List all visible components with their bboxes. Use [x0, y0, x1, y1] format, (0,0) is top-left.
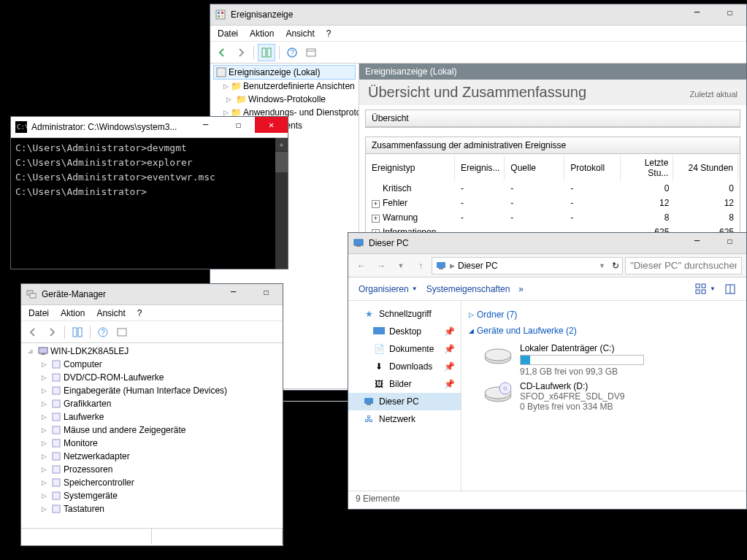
titlebar[interactable]: Geräte-Manager ─ ☐: [21, 284, 283, 305]
titlebar[interactable]: Ereignisanzeige ─ ☐: [210, 4, 746, 26]
minimize-button[interactable]: ─: [681, 233, 713, 249]
maximize-button[interactable]: ☐: [222, 117, 255, 133]
table-row[interactable]: +Fehler - - - 12 12: [367, 196, 738, 210]
device-icon: [50, 424, 62, 436]
tree-root[interactable]: ⊿ WIN-LDK2K8A5LEJ: [24, 345, 280, 358]
close-button[interactable]: ✕: [255, 117, 288, 133]
group-folders[interactable]: ▷Ordner (7): [469, 307, 739, 323]
tree-item-windows-logs[interactable]: ▷📁Windows-Protokolle: [213, 93, 356, 106]
tree-item-device-category[interactable]: ▷Mäuse und andere Zeigegeräte: [24, 423, 280, 437]
tree-item-device-category[interactable]: ▷Prozessoren: [24, 463, 280, 476]
menu-view[interactable]: Ansicht: [91, 307, 131, 320]
system-properties-button[interactable]: Systemeigenschaften: [422, 281, 515, 297]
svg-rect-9: [307, 49, 315, 56]
menu-help[interactable]: ?: [321, 27, 337, 40]
help-button[interactable]: ?: [94, 323, 112, 341]
forward-button[interactable]: →: [372, 257, 390, 275]
nav-documents[interactable]: 📄Dokumente📌: [348, 340, 461, 358]
forward-button[interactable]: [43, 323, 61, 341]
group-drives[interactable]: ◢Geräte und Laufwerke (2): [469, 323, 739, 339]
preview-pane-button[interactable]: [720, 280, 740, 298]
nav-pictures[interactable]: 🖼Bilder📌: [348, 375, 461, 393]
back-button[interactable]: ←: [353, 257, 370, 275]
properties-button[interactable]: [113, 323, 131, 341]
drive-c[interactable]: Lokaler Datenträger (C:) 91,8 GB frei vo…: [483, 343, 739, 377]
nav-quick-access[interactable]: ★Schnellzugriff: [348, 305, 461, 323]
tree-item-device-category[interactable]: ▷Grafikkarten: [24, 397, 280, 410]
svg-rect-45: [373, 327, 385, 334]
tree-item-device-category[interactable]: ▷DVD/CD-ROM-Laufwerke: [24, 371, 280, 384]
nav-this-pc[interactable]: Dieser PC: [348, 393, 461, 410]
menu-action[interactable]: Aktion: [244, 27, 280, 40]
expand-icon[interactable]: +: [372, 215, 380, 223]
back-button[interactable]: [24, 323, 42, 341]
pane-header: Ereignisanzeige (Lokal): [359, 64, 746, 80]
recent-button[interactable]: ▼: [392, 257, 410, 275]
content-pane: ▷Ordner (7) ◢Geräte und Laufwerke (2) Lo…: [461, 301, 746, 491]
tree-item-device-category[interactable]: ▷Systemgeräte: [24, 489, 280, 502]
tree-root[interactable]: Ereignisanzeige (Lokal): [213, 65, 356, 80]
search-input[interactable]: [625, 257, 742, 275]
drive-sub: 0 Bytes frei von 334 MB: [520, 402, 624, 412]
col-eventid[interactable]: Ereignis...: [456, 156, 505, 180]
menu-action[interactable]: Aktion: [55, 307, 91, 320]
svg-rect-26: [53, 400, 60, 407]
tree-item-device-category[interactable]: ▷Speichercontroller: [24, 476, 280, 489]
maximize-button[interactable]: ☐: [713, 233, 746, 249]
star-icon: ★: [363, 308, 375, 320]
col-type[interactable]: Ereignistyp: [367, 156, 455, 180]
forward-button[interactable]: [232, 44, 250, 61]
tree-item-device-category[interactable]: ▷Netzwerkadapter: [24, 450, 280, 463]
vertical-scrollbar[interactable]: ▲: [275, 138, 288, 269]
title-text: Ereignisanzeige: [231, 9, 681, 20]
refresh-button[interactable]: ↻: [612, 261, 619, 271]
up-button[interactable]: ↑: [412, 257, 429, 275]
col-source[interactable]: Quelle: [506, 156, 564, 180]
show-hide-tree-button[interactable]: [258, 44, 275, 61]
minimize-button[interactable]: ─: [189, 117, 222, 133]
drive-d[interactable]: CD-Laufwerk (D:) SFOD_x64FRE_SDL_DV9 0 B…: [483, 381, 739, 412]
tree-item-device-category[interactable]: ▷Monitore: [24, 437, 280, 450]
nav-desktop[interactable]: Desktop📌: [348, 323, 461, 340]
events-summary-table: Ereignistyp Ereignis... Quelle Protokoll…: [366, 154, 740, 240]
nav-network[interactable]: 🖧Netzwerk: [348, 410, 461, 428]
titlebar[interactable]: Dieser PC ─ ☐: [348, 233, 746, 254]
view-options-button[interactable]: ▼: [691, 280, 720, 298]
svg-rect-2: [221, 12, 223, 14]
svg-rect-25: [53, 387, 60, 394]
minimize-button[interactable]: ─: [217, 284, 250, 300]
table-row[interactable]: Kritisch - - - 0 0: [367, 182, 738, 195]
col-24h[interactable]: 24 Stunden: [675, 156, 738, 180]
menu-view[interactable]: Ansicht: [280, 27, 320, 40]
col-protocol[interactable]: Protokoll: [566, 156, 621, 180]
back-button[interactable]: [213, 44, 231, 61]
device-icon: [50, 385, 62, 396]
maximize-button[interactable]: ☐: [250, 284, 283, 300]
table-row[interactable]: +Warnung - - - 8 8: [367, 211, 738, 224]
tree-item-device-category[interactable]: ▷Laufwerke: [24, 410, 280, 423]
properties-button[interactable]: [302, 44, 320, 61]
tree-item-custom-views[interactable]: ▷📁Benutzerdefinierte Ansichten: [213, 80, 356, 93]
svg-rect-34: [53, 505, 60, 513]
help-button[interactable]: ?: [283, 44, 301, 61]
tree-item-device-category[interactable]: ▷Tastaturen: [24, 502, 280, 515]
show-hide-tree-button[interactable]: [69, 323, 86, 341]
nav-downloads[interactable]: ⬇Downloads📌: [348, 358, 461, 375]
svg-rect-31: [53, 466, 60, 473]
minimize-button[interactable]: ─: [681, 4, 713, 20]
tree-item-device-category[interactable]: ▷Computer: [24, 358, 280, 371]
col-lasthour[interactable]: Letzte Stu...: [622, 156, 673, 180]
organize-menu[interactable]: Organisieren▼: [354, 281, 422, 297]
menu-file[interactable]: Datei: [23, 307, 55, 320]
cmd-icon: C:\: [15, 121, 27, 133]
menu-help[interactable]: ?: [131, 307, 148, 320]
menu-file[interactable]: Datei: [212, 27, 244, 40]
tree-item-device-category[interactable]: ▷Eingabegeräte (Human Interface Devices): [24, 384, 280, 397]
chevron-down-icon[interactable]: ▼: [599, 262, 605, 269]
overflow-button[interactable]: »: [514, 281, 528, 297]
breadcrumb[interactable]: ▶ Dieser PC ▼ ↻: [432, 257, 623, 275]
maximize-button[interactable]: ☐: [713, 4, 746, 20]
titlebar[interactable]: C:\ Administrator: C:\Windows\system3...…: [11, 117, 288, 138]
terminal-output[interactable]: C:\Users\Administrator>devmgmt C:\Users\…: [11, 138, 288, 269]
expand-icon[interactable]: +: [372, 200, 380, 208]
